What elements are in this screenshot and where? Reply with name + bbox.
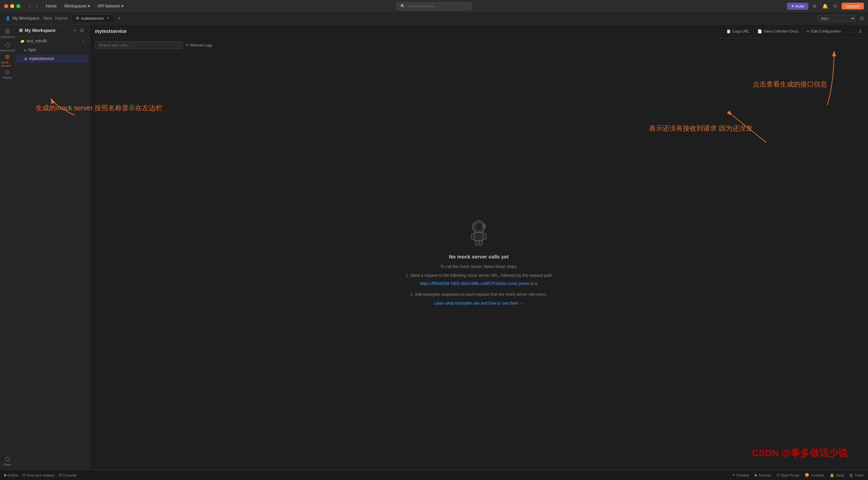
svg-point-7	[483, 225, 486, 228]
workspaces-nav-item[interactable]: Workspaces ▾	[61, 2, 93, 10]
content-search-bar: ↻ Refresh Logs	[90, 38, 868, 52]
svg-rect-5	[475, 241, 478, 245]
more-options-button[interactable]: ...	[847, 28, 854, 34]
trash-button[interactable]: 🗑 Trash	[849, 473, 864, 477]
search-icon: 🔍	[400, 4, 405, 8]
tab-close-button[interactable]: ✕	[106, 16, 110, 20]
icon-sidebar: ☰ Collections ⬡ Environments ⊞ Mock serv…	[0, 24, 15, 470]
mock-item-icon: ⊞	[24, 57, 27, 61]
api-network-nav-item[interactable]: API Network ▾	[94, 2, 127, 10]
astronaut-illustration	[465, 217, 492, 248]
online-dot	[4, 474, 6, 476]
edit-icon: ✏	[807, 29, 810, 34]
sidebar-item-environments[interactable]: ⬡ Environments	[1, 41, 14, 53]
cookies-icon: 🍪	[805, 473, 809, 477]
main-content: mytestservice 📋 Copy URL 📄 View Collecti…	[90, 24, 868, 470]
cookies-button[interactable]: 🍪 Cookies	[805, 473, 824, 477]
mock-url-link[interactable]: https://ff5d962fd-7d02-40e4-88fb-cd4f575…	[420, 281, 534, 286]
sidebar-item-collections[interactable]: ☰ Collections	[1, 27, 14, 39]
console-button[interactable]: ⊟ Console	[59, 473, 77, 477]
panel-actions: + ⊟	[72, 27, 85, 34]
layout-toggle-button[interactable]: ⊟	[859, 14, 865, 22]
add-item-button[interactable]: +	[72, 27, 77, 34]
left-panel: ⊞ My Workspace + ⊟ 📁 test_retrofit • ▸ A…	[15, 24, 90, 470]
runner-icon: ▶	[755, 473, 757, 477]
home-nav-item[interactable]: Home	[42, 2, 60, 10]
title-bar: ‹ › Home Workspaces ▾ API Network ▾ 🔍 Se…	[0, 0, 868, 12]
empty-state-description: To call the mock server, follow these st…	[440, 264, 517, 270]
sidebar-item-mock-servers[interactable]: ⊞ Mock servers	[1, 54, 14, 66]
vault-button[interactable]: 🔒 Vault	[830, 473, 844, 477]
refresh-logs-button[interactable]: ↻ Refresh Logs	[186, 43, 212, 47]
postbot-button[interactable]: ✦ Postbot	[732, 473, 749, 477]
import-button[interactable]: Import	[54, 15, 69, 21]
tree-item-apis[interactable]: ▸ Apis	[16, 46, 88, 54]
content-header: mytestservice 📋 Copy URL 📄 View Collecti…	[90, 24, 868, 38]
filter-button[interactable]: ⊟	[79, 27, 85, 34]
postbot-icon: ✦	[732, 473, 735, 477]
view-collection-docs-button[interactable]: 📄 View Collection Docs	[755, 28, 801, 35]
start-proxy-button[interactable]: ⊙ Start Proxy	[776, 473, 799, 477]
proxy-icon: ⊙	[776, 473, 780, 477]
learn-link[interactable]: Learn what examples are and how to use t…	[434, 301, 524, 306]
search-bar[interactable]: 🔍 Search Postman	[397, 2, 471, 10]
close-window-button[interactable]	[4, 4, 8, 8]
nav-buttons: ‹ ›	[27, 3, 40, 9]
calls-search-input[interactable]	[95, 41, 183, 49]
status-bar: Online ⊟ Find and replace ⊟ Console ✦ Po…	[0, 470, 868, 480]
trash-icon: 🗑	[849, 473, 853, 477]
find-replace-icon: ⊟	[22, 473, 25, 477]
status-left: Online ⊟ Find and replace ⊟ Console	[4, 473, 77, 477]
runner-button[interactable]: ▶ Runner	[755, 473, 771, 477]
empty-state-mock-url-container: https://ff5d962fd-7d02-40e4-88fb-cd4f575…	[420, 281, 538, 287]
find-replace-button[interactable]: ⊟ Find and replace	[22, 473, 55, 477]
empty-state: No mock server calls yet To call the moc…	[90, 52, 868, 470]
content-actions: 📋 Copy URL 📄 View Collection Docs ✏ Edit…	[724, 27, 863, 35]
copy-url-button[interactable]: 📋 Copy URL	[724, 28, 752, 35]
title-bar-right: ✦ Invite ⚙ 🔔 ↻ Upgrade	[787, 2, 864, 10]
refresh-icon: ↻	[186, 43, 189, 47]
copy-icon: 📋	[726, 29, 731, 34]
workspace-tab-label[interactable]: 👤 My Workspace	[3, 15, 42, 22]
tree-item-mytestservice[interactable]: ⊞ mytestservice	[16, 55, 88, 63]
main-layout: ☰ Collections ⬡ Environments ⊞ Mock serv…	[0, 24, 868, 470]
settings-button[interactable]: ⚙	[811, 2, 818, 10]
content-title: mytestservice	[95, 28, 126, 34]
tabs-bar: 👤 My Workspace New Import ⊞ mytestservic…	[0, 12, 868, 24]
edit-configuration-button[interactable]: ✏ Edit Configuration	[805, 28, 843, 35]
history-icon: ⊙	[5, 69, 9, 75]
new-tab-workspace-button[interactable]: New	[42, 15, 54, 21]
minimize-window-button[interactable]	[10, 4, 14, 8]
folder-icon: ▸	[24, 48, 26, 52]
left-panel-header: ⊞ My Workspace + ⊟	[15, 24, 89, 37]
sync-button[interactable]: ↻	[832, 2, 839, 10]
sidebar-item-history[interactable]: ⊙ History	[1, 68, 14, 80]
console-icon: ⊟	[59, 473, 62, 477]
docs-icon: 📄	[757, 29, 762, 34]
empty-state-step1: 1. Send a request to the following mock …	[406, 272, 552, 279]
svg-rect-3	[471, 234, 475, 239]
flows-icon: ⬡	[5, 456, 10, 462]
notifications-button[interactable]: 🔔	[821, 2, 829, 10]
online-status[interactable]: Online	[4, 473, 18, 477]
info-button[interactable]: ℹ	[858, 27, 863, 35]
window-controls	[4, 4, 20, 8]
back-button[interactable]: ‹	[27, 3, 33, 9]
workspace-icon-small: ⊞	[19, 28, 23, 33]
environments-icon: ⬡	[5, 42, 10, 48]
upgrade-button[interactable]: Upgrade	[842, 3, 864, 9]
invite-icon: ✦	[791, 4, 794, 8]
forward-button[interactable]: ›	[34, 3, 40, 9]
maximize-window-button[interactable]	[16, 4, 20, 8]
active-tab[interactable]: ⊞ mytestservice ✕	[72, 14, 114, 22]
sidebar-item-flows[interactable]: ⬡ Flows	[1, 455, 14, 467]
svg-rect-2	[474, 232, 484, 241]
environment-selector-area: Apis No Environment	[817, 15, 856, 22]
add-tab-button[interactable]: +	[116, 15, 123, 22]
tree-item-test-retrofit[interactable]: 📁 test_retrofit •	[16, 37, 88, 45]
panel-workspace-name: ⊞ My Workspace	[19, 28, 56, 33]
copy-url-icon[interactable]: ⧉	[535, 281, 537, 287]
status-right: ✦ Postbot ▶ Runner ⊙ Start Proxy 🍪 Cooki…	[732, 473, 864, 477]
invite-button[interactable]: ✦ Invite	[787, 3, 808, 10]
environment-select[interactable]: Apis No Environment	[817, 15, 856, 22]
